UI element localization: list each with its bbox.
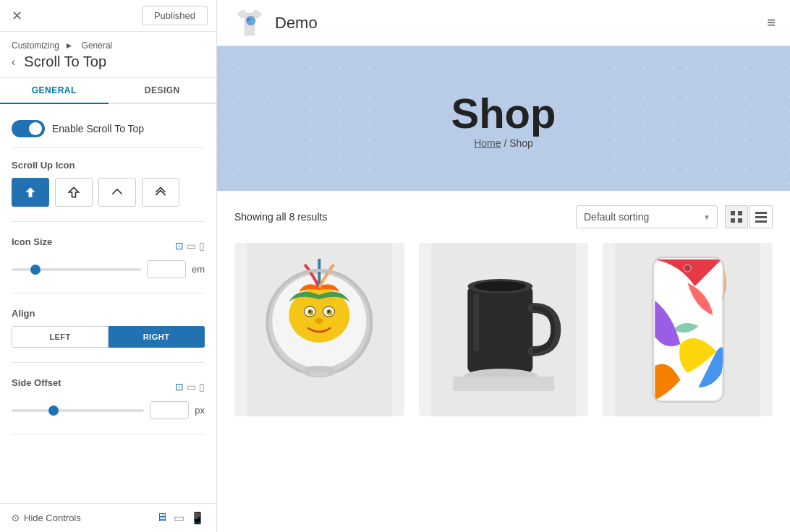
- shop-breadcrumb: Home / Shop: [474, 137, 533, 149]
- shop-title: Shop: [451, 89, 556, 137]
- icon-btn-2[interactable]: [55, 178, 93, 207]
- breadcrumb: Customizing ► General: [12, 40, 205, 51]
- toolbar-right: Default sorting Sort by popularity Sort …: [576, 205, 773, 228]
- scroll-up-icon-section: Scroll Up Icon: [12, 160, 205, 222]
- products-toolbar: Showing all 8 results Default sorting So…: [234, 205, 773, 228]
- side-offset-label: Side Offset: [12, 377, 61, 388]
- breadcrumb-sep: /: [504, 137, 509, 149]
- svg-point-2: [252, 20, 254, 22]
- site-logo: Demo: [232, 5, 318, 41]
- align-section: Align LEFT RIGHT: [12, 308, 205, 363]
- svg-point-20: [315, 318, 323, 324]
- icon-size-range[interactable]: [12, 268, 141, 271]
- grid-view-btn[interactable]: [725, 205, 748, 228]
- toggle-label: Enable Scroll To Top: [52, 123, 144, 134]
- hide-controls-label: Hide Controls: [24, 512, 81, 523]
- left-panel: ✕ Published Customizing ► General ‹ Scro…: [0, 0, 217, 532]
- breadcrumb-home-link[interactable]: Home: [474, 137, 501, 149]
- icon-size-input[interactable]: 1.2: [147, 260, 186, 278]
- back-button[interactable]: ‹: [12, 56, 18, 69]
- side-offset-range[interactable]: [12, 409, 144, 412]
- device-icons-offset: ⊡ ▭ ▯: [175, 381, 205, 392]
- svg-point-1: [247, 17, 250, 21]
- site-header: Demo ≡: [217, 0, 790, 46]
- close-button[interactable]: ✕: [9, 5, 25, 27]
- published-button[interactable]: Published: [142, 6, 208, 25]
- icon-size-unit: em: [192, 264, 205, 275]
- panel-content: Enable Scroll To Top Scroll Up Icon: [0, 104, 216, 503]
- icon-size-slider-row: 1.2 em: [12, 260, 205, 293]
- product-card-1[interactable]: [234, 243, 404, 416]
- tabs-row: GENERAL DESIGN: [0, 78, 216, 104]
- svg-rect-9: [755, 220, 767, 223]
- breadcrumb-general: General: [82, 40, 113, 51]
- desktop-icon-size[interactable]: ⊡: [175, 240, 184, 252]
- icon-btn-3[interactable]: [98, 178, 136, 207]
- sort-wrapper: Default sorting Sort by popularity Sort …: [576, 205, 718, 228]
- logo-icon: [232, 5, 268, 41]
- right-panel: Demo ≡ Shop Home / Shop Showing all 8 re…: [217, 0, 790, 532]
- panel-title-text: Scroll To Top: [24, 53, 106, 70]
- products-area: Showing all 8 results Default sorting So…: [217, 191, 790, 532]
- svg-rect-6: [738, 218, 742, 223]
- device-icons-size: ⊡ ▭ ▯: [175, 240, 205, 252]
- sort-select[interactable]: Default sorting Sort by popularity Sort …: [576, 205, 718, 228]
- hide-controls-button[interactable]: ⊙ Hide Controls: [12, 512, 81, 523]
- side-offset-input[interactable]: 30: [150, 401, 189, 419]
- side-offset-label-row: Side Offset ⊡ ▭ ▯: [12, 377, 205, 395]
- icon-btn-4[interactable]: [142, 178, 179, 207]
- svg-point-19: [327, 310, 330, 313]
- align-btn-group: LEFT RIGHT: [12, 326, 205, 348]
- side-offset-unit: px: [195, 405, 205, 416]
- site-name: Demo: [275, 14, 318, 33]
- bottom-bar: ⊙ Hide Controls 🖥 ▭ 📱: [0, 503, 216, 532]
- align-left-btn[interactable]: LEFT: [12, 326, 109, 348]
- panel-header: Customizing ► General ‹ Scroll To Top: [0, 32, 216, 78]
- svg-rect-30: [453, 377, 554, 391]
- panel-title-row: ‹ Scroll To Top: [12, 53, 205, 70]
- tab-design[interactable]: DESIGN: [109, 78, 217, 103]
- desktop-view-btn[interactable]: 🖥: [156, 511, 168, 525]
- align-right-btn[interactable]: RIGHT: [109, 326, 205, 348]
- product-grid: [234, 243, 773, 416]
- icon-btn-1[interactable]: [12, 178, 49, 207]
- mobile-icon-offset[interactable]: ▯: [199, 381, 205, 392]
- icon-size-section: Icon Size ⊡ ▭ ▯ 1.2 em: [12, 236, 205, 293]
- icon-size-label-row: Icon Size ⊡ ▭ ▯: [12, 236, 205, 254]
- icon-size-label: Icon Size: [12, 236, 52, 247]
- tablet-view-btn[interactable]: ▭: [174, 511, 184, 525]
- product-card-3[interactable]: [603, 243, 773, 416]
- tablet-icon-offset[interactable]: ▭: [187, 381, 196, 392]
- side-offset-section: Side Offset ⊡ ▭ ▯ 30 px: [12, 377, 205, 434]
- align-label: Align: [12, 308, 205, 319]
- toggle-row: Enable Scroll To Top: [12, 116, 205, 148]
- list-view-btn[interactable]: [749, 205, 773, 228]
- svg-rect-8: [755, 216, 767, 218]
- desktop-icon-offset[interactable]: ⊡: [175, 381, 184, 392]
- svg-rect-4: [738, 211, 742, 215]
- svg-rect-5: [731, 218, 735, 223]
- svg-point-35: [684, 265, 692, 272]
- breadcrumb-customizing[interactable]: Customizing: [12, 40, 59, 51]
- enable-toggle[interactable]: [12, 120, 45, 137]
- bottom-device-icons: 🖥 ▭ 📱: [156, 511, 205, 525]
- svg-rect-23: [310, 372, 328, 376]
- view-btns: [725, 205, 773, 228]
- svg-rect-7: [755, 212, 767, 214]
- product-card-2[interactable]: [419, 243, 589, 416]
- svg-point-18: [308, 310, 311, 313]
- breadcrumb-separator: ►: [64, 40, 75, 51]
- results-count: Showing all 8 results: [234, 211, 327, 223]
- svg-rect-3: [731, 211, 735, 215]
- mobile-view-btn[interactable]: 📱: [190, 511, 205, 525]
- mobile-icon-size[interactable]: ▯: [199, 240, 205, 252]
- hide-controls-icon: ⊙: [12, 512, 20, 523]
- scroll-up-icon-label: Scroll Up Icon: [12, 160, 205, 171]
- side-offset-slider-row: 30 px: [12, 401, 205, 434]
- icon-grid: [12, 178, 205, 222]
- tab-general[interactable]: GENERAL: [0, 78, 109, 104]
- shop-hero: Shop Home / Shop: [217, 46, 790, 191]
- top-bar: ✕ Published: [0, 0, 216, 32]
- tablet-icon-size[interactable]: ▭: [187, 240, 196, 252]
- menu-icon[interactable]: ≡: [767, 14, 776, 31]
